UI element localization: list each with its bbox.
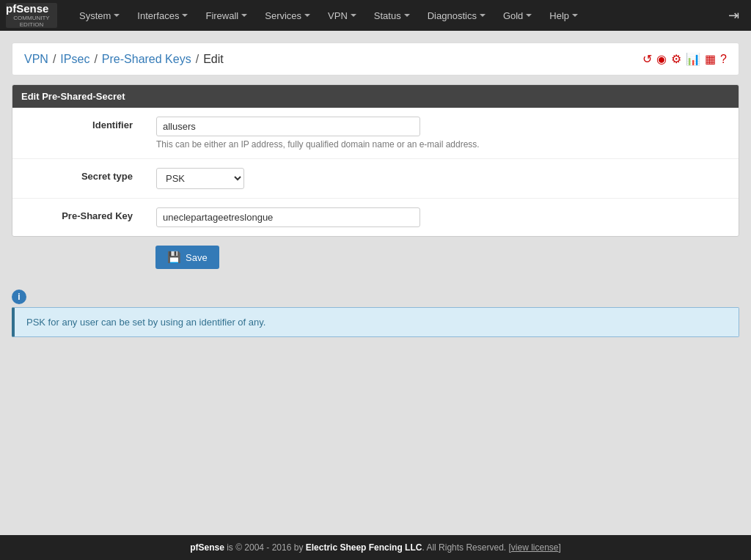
chevron-down-icon (351, 14, 356, 17)
form-table: Identifier This can be either an IP addr… (12, 108, 739, 236)
footer-company: Electric Sheep Fencing LLC (306, 542, 422, 553)
psk-cell (144, 199, 739, 237)
header-icons: ↺ ◉ ⚙ 📊 ▦ ? (642, 52, 727, 66)
nav-item-gold[interactable]: Gold (494, 0, 541, 31)
info-circle-icon[interactable]: i (12, 290, 26, 304)
chevron-down-icon (182, 14, 188, 17)
info-box: PSK for any user can be set by using an … (12, 307, 739, 337)
footer: pfSense is © 2004 - 2016 by Electric She… (0, 535, 751, 560)
footer-copyright: is © 2004 - 2016 by (224, 542, 306, 553)
chevron-down-icon (114, 14, 120, 17)
save-button[interactable]: 💾 Save (155, 246, 219, 269)
info-icon-row: i (12, 290, 739, 304)
breadcrumb-vpn[interactable]: VPN (24, 53, 48, 66)
main-content: VPN / IPsec / Pre-Shared Keys / Edit ↺ ◉… (0, 31, 751, 535)
brand: pfSense COMMUNITY EDITION (6, 3, 63, 28)
save-icon: 💾 (167, 251, 181, 264)
brand-name: pfSense (6, 2, 48, 15)
save-row: 💾 Save (12, 237, 739, 281)
breadcrumb-sep-3: / (196, 53, 199, 66)
circle-icon[interactable]: ◉ (656, 52, 667, 66)
refresh-icon[interactable]: ↺ (642, 52, 652, 66)
nav-item-vpn[interactable]: VPN (319, 0, 365, 31)
panel-heading: Edit Pre-Shared-Secret (12, 85, 739, 108)
breadcrumb-ipsec[interactable]: IPsec (60, 53, 89, 66)
nav-item-diagnostics[interactable]: Diagnostics (419, 0, 494, 31)
nav-item-status[interactable]: Status (365, 0, 419, 31)
identifier-label: Identifier (12, 108, 144, 159)
breadcrumb-sep-2: / (94, 53, 97, 66)
nav-item-interfaces[interactable]: Interfaces (128, 0, 197, 31)
view-license-link[interactable]: view license (511, 542, 559, 553)
identifier-input[interactable] (156, 117, 420, 136)
chart-icon[interactable]: 📊 (686, 52, 700, 66)
nav-item-system[interactable]: System (70, 0, 128, 31)
footer-brand: pfSense (190, 542, 224, 553)
nav-item-services[interactable]: Services (256, 0, 319, 31)
footer-rights: . All Rights Reserved. [ (422, 542, 510, 553)
brand-sub: COMMUNITY EDITION (6, 15, 57, 28)
psk-input[interactable] (156, 207, 420, 227)
logo: pfSense COMMUNITY EDITION (6, 3, 57, 28)
chevron-down-icon (572, 14, 578, 17)
breadcrumb-sep-1: / (53, 53, 56, 66)
navbar-right: ⇥ (722, 7, 745, 23)
page-header: VPN / IPsec / Pre-Shared Keys / Edit ↺ ◉… (12, 43, 739, 75)
info-section: i PSK for any user can be set by using a… (12, 290, 739, 337)
chevron-down-icon (526, 14, 532, 17)
chevron-down-icon (480, 14, 486, 17)
nav-item-help[interactable]: Help (541, 0, 587, 31)
breadcrumb-current: Edit (203, 53, 224, 66)
chevron-down-icon (304, 14, 310, 17)
exit-icon[interactable]: ⇥ (722, 7, 745, 23)
secret-type-row: Secret type PSK EAP (12, 159, 739, 199)
breadcrumb: VPN / IPsec / Pre-Shared Keys / Edit (24, 53, 224, 66)
identifier-row: Identifier This can be either an IP addr… (12, 108, 739, 159)
psk-row: Pre-Shared Key (12, 199, 739, 237)
chevron-down-icon (404, 14, 410, 17)
chevron-down-icon (241, 14, 247, 17)
secret-type-label: Secret type (12, 159, 144, 199)
identifier-help: This can be either an IP address, fully … (156, 139, 727, 150)
footer-end: ] (559, 542, 561, 553)
psk-label: Pre-Shared Key (12, 199, 144, 237)
secret-type-cell: PSK EAP (144, 159, 739, 199)
nav-menu: System Interfaces Firewall Services VPN … (70, 0, 722, 31)
settings-icon[interactable]: ⚙ (671, 52, 681, 66)
nav-item-firewall[interactable]: Firewall (197, 0, 256, 31)
secret-type-select[interactable]: PSK EAP (156, 168, 244, 189)
identifier-cell: This can be either an IP address, fully … (144, 108, 739, 159)
navbar: pfSense COMMUNITY EDITION System Interfa… (0, 0, 751, 31)
help-icon[interactable]: ? (720, 53, 727, 66)
panel-body: Identifier This can be either an IP addr… (12, 108, 739, 236)
grid-icon[interactable]: ▦ (705, 52, 716, 66)
edit-panel: Edit Pre-Shared-Secret Identifier This c… (12, 84, 739, 237)
breadcrumb-preshared[interactable]: Pre-Shared Keys (102, 53, 191, 66)
